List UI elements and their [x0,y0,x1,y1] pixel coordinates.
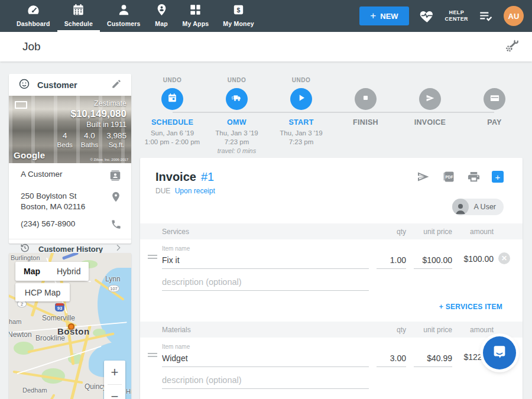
material-item-name-input[interactable] [162,352,369,367]
step-schedule: UNDO SCHEDULE Sun, Jan 6 '19 1:00 pm - 2… [140,77,205,147]
service-unit-price-input[interactable] [414,254,452,269]
nav-label: My Apps [183,20,209,30]
customers-icon [117,3,131,19]
step-invoice: INVOICE [398,77,462,126]
plus-icon: + [370,10,376,22]
material-item-row: Item name $122.97 [140,338,523,367]
service-description-input[interactable] [162,276,369,291]
edit-pencil-icon[interactable] [111,79,122,92]
nav-right: + NEW HELP CENTER AU [359,0,524,32]
help-center-line2: CENTER [445,16,468,22]
material-unit-price-input[interactable] [414,352,452,367]
nav-item-map[interactable]: Map [148,0,176,32]
route-107-shield: 107 [108,285,119,292]
step-date: Thu, Jan 3 '19 [205,129,269,138]
map-type-hybrid-button[interactable]: Hybrid [48,262,89,281]
property-photo[interactable]: Zestimate $10,149,080 Built in 1911 4Bed… [9,96,131,163]
customer-card-title: Customer [37,80,77,90]
chat-launcher-button[interactable] [483,336,516,369]
step-finish: FINISH [333,77,398,126]
nav-label: Map [155,20,168,30]
step-label: FINISH [333,118,398,126]
interstate-93-shield: 93 [55,303,64,312]
calendar-icon [167,92,178,106]
nav-item-schedule[interactable]: Schedule [57,0,100,32]
customer-card: Customer Zestimate $10,149,080 Built in … [9,74,131,244]
step-label: START [269,118,333,126]
nav-item-dashboard[interactable]: Dashboard [9,0,57,32]
pdf-icon[interactable]: PDF [442,170,456,184]
map-label-somerville: Somerville [42,314,75,322]
step-time: 7:23 pm [269,138,333,147]
step-travel: travel: 0 mins [205,147,269,155]
invoice-step-button[interactable] [419,88,441,110]
nav-item-customers[interactable]: Customers [100,0,148,32]
materials-section-label: Materials [162,326,369,334]
assignee-chip[interactable]: A User [452,199,504,215]
map-type-map-button[interactable]: Map [15,262,48,281]
contact-card-icon[interactable] [109,169,122,184]
sqft-label: Sq.ft. [106,141,126,149]
map-label-newton: Newton [9,330,32,339]
amount-column-header: amount [457,326,494,334]
job-header-bar: Job [0,32,532,61]
add-materials-item-link[interactable]: + MATERIALS ITEM [140,389,523,399]
hcp-map-button[interactable]: HCP Map [15,283,70,301]
nav-item-my-apps[interactable]: My Apps [176,0,216,32]
address-line2: Boston, MA 02116 [21,202,85,211]
send-invoice-icon[interactable] [416,170,430,184]
undo-schedule-button[interactable]: UNDO [140,77,205,85]
print-icon[interactable] [467,170,481,184]
step-label: INVOICE [398,118,462,126]
due-value-link[interactable]: Upon receipt [175,187,215,195]
map-pin-icon [155,3,168,19]
nav-item-my-money[interactable]: $ My Money [216,0,261,32]
new-button[interactable]: + NEW [359,7,408,25]
drag-handle-icon[interactable] [148,253,157,261]
add-services-item-link[interactable]: + SERVICES ITEM [140,291,523,311]
phone-icon[interactable] [111,219,122,232]
map-type-toggle: Map Hybrid [15,262,89,281]
user-avatar[interactable]: AU [504,6,524,26]
location-pin-icon[interactable] [110,191,122,205]
apps-grid-icon [189,3,202,19]
undo-omw-button[interactable]: UNDO [205,77,269,85]
service-item-name-input[interactable] [162,254,369,269]
qty-column-header: qty [377,326,406,334]
invoice-number[interactable]: #1 [201,170,214,184]
start-step-button[interactable] [290,88,312,110]
job-settings-icon[interactable] [504,38,519,56]
step-label: PAY [462,118,527,126]
service-qty-input[interactable] [377,254,406,269]
help-center-link[interactable]: HELP CENTER [445,9,468,22]
step-start: UNDO START Thu, Jan 3 '19 7:23 pm [269,77,333,147]
chat-bubble-icon [491,343,508,363]
finish-step-button[interactable] [355,88,377,110]
zoom-in-button[interactable]: + [104,361,125,384]
map-label-dedham: Dedham [22,387,47,394]
customer-card-header: Customer [9,74,131,96]
beds-label: Beds [57,141,73,149]
dashboard-icon [27,3,40,19]
pay-step-button[interactable] [484,88,505,110]
drag-handle-icon[interactable] [148,351,157,359]
schedule-step-button[interactable] [161,88,183,110]
map-zoom-control: + − [104,361,125,399]
material-qty-input[interactable] [377,352,406,367]
map-panel[interactable]: Burlington Lynn 107 2 93 ham Somerville … [9,253,131,399]
add-invoice-button[interactable]: + [492,171,504,183]
map-label-lynn: Lynn [105,275,121,283]
step-label: SCHEDULE [140,118,205,126]
delete-service-item-button[interactable]: ✕ [498,252,510,264]
health-heart-icon[interactable] [419,8,435,24]
step-pay: PAY [462,77,527,126]
app-screen: Dashboard Schedule Customers Map My Apps… [0,0,532,399]
credit-card-icon [489,93,500,106]
omw-step-button[interactable] [226,88,248,110]
zoom-out-button[interactable]: − [104,385,125,399]
checklist-icon[interactable] [478,8,494,24]
material-description-input[interactable] [162,374,369,389]
undo-start-button[interactable]: UNDO [269,77,333,85]
property-stats: 4Beds 4.0Baths 3,985Sq.ft. [57,131,126,149]
send-icon [425,93,436,106]
